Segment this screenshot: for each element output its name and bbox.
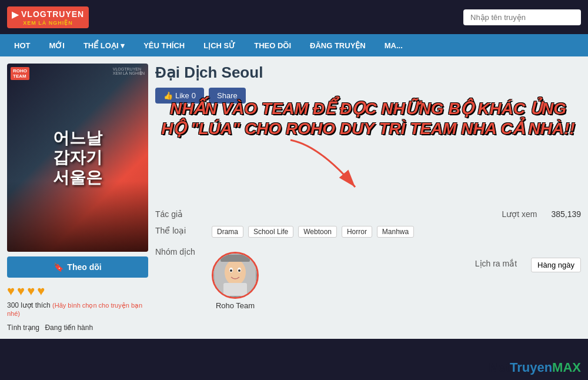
follow-label: Theo dõi [67,262,101,272]
nav-hot[interactable]: HOT [5,34,39,56]
lichramat-label: Lịch ra mắt [475,247,517,268]
genre-school-life[interactable]: School Life [248,226,293,238]
genre-row: Thể loại Drama School Life Webtoon Horro… [155,226,581,240]
group-name: Roho Team [212,301,259,310]
genre-label: Thể loại [155,226,202,235]
logo[interactable]: ▶ VLOGTRUYEN XEM LÀ NGHIỆN [7,6,89,28]
watermark-net: Net [489,360,510,375]
views-label: Lượt xem [502,209,537,219]
svg-point-6 [238,269,240,272]
likes-number: 300 lượt thích [7,301,51,309]
group-section: Roho Team [212,252,259,310]
lichramat-value[interactable]: Hàng ngày [531,258,581,272]
svg-point-2 [225,259,246,285]
genre-tags: Drama School Life Webtoon Horror Manhwa [212,226,581,240]
search-input[interactable] [463,9,581,25]
svg-rect-7 [220,255,250,262]
watermark-truyen: Truyen [510,360,552,375]
logo-top-text: VLOGTRUYEN [21,9,84,19]
cover-korean-text: 어느날갑자기서울은 [53,128,102,188]
nav-yeu-thich[interactable]: YÊU THÍCH [134,34,194,56]
header: ▶ VLOGTRUYEN XEM LÀ NGHIỆN [0,0,588,34]
left-panel: ROHO TEAM VLOGTRUYEN XEM LÀ NGHIỆN 어느날갑자… [7,64,148,332]
manga-title: Đại Dịch Seoul [155,64,581,82]
group-row: Nhóm dịch [155,247,581,310]
right-panel: Đại Dịch Seoul 👍 Like 0 Share NHẤN VÀO T… [155,64,581,332]
nav-moi[interactable]: MỚI [39,34,74,56]
author-label: Tác giả [155,209,202,219]
nav-lich-su[interactable]: LỊCH SỬ [194,34,245,56]
navbar: HOT MỚI THỂ LOẠI ▾ YÊU THÍCH LỊCH SỬ THE… [0,34,588,56]
status-row: Tình trạng Đang tiến hành [7,324,148,332]
views-value: 385,139 [551,209,581,219]
follow-button[interactable]: 🔖 Theo dõi [7,256,148,278]
logo-bottom-text: XEM LÀ NGHIỆN [23,20,73,26]
group-label: Nhóm dịch [155,247,202,256]
nav-dang-truyen[interactable]: ĐĂNG TRUYỆN [300,34,375,56]
overlay-line2: HỘ "LÚA" CHO ROHO DUY TRÌ TEAM NHA CẢ NH… [155,119,581,139]
group-avatar-image [213,254,257,297]
svg-point-5 [230,269,232,272]
author-row: Tác giả Lượt xem 385,139 [155,209,581,219]
nav-the-loai[interactable]: THỂ LOẠI ▾ [74,34,134,56]
cover-image: ROHO TEAM VLOGTRUYEN XEM LÀ NGHIỆN 어느날갑자… [7,64,148,252]
status-label: Tình trạng [7,324,39,332]
svg-rect-8 [223,283,247,296]
info-section: Tác giả Lượt xem 385,139 Thể loại Drama … [155,209,581,310]
heart-1[interactable]: ♥ [7,284,15,299]
genre-manhwa[interactable]: Manhwa [377,226,414,238]
main-content: ROHO TEAM VLOGTRUYEN XEM LÀ NGHIỆN 어느날갑자… [0,56,588,339]
cover-badge: ROHO TEAM [11,67,29,80]
group-avatar-circle[interactable] [212,252,259,299]
arrow-decoration [285,134,390,205]
heart-3[interactable]: ♥ [27,284,35,299]
nav-ma[interactable]: MA... [375,34,412,56]
heart-4[interactable]: ♥ [37,284,45,299]
watermark-max: MAX [552,360,581,375]
heart-2[interactable]: ♥ [17,284,25,299]
bookmark-icon: 🔖 [54,262,64,272]
genre-drama[interactable]: Drama [212,226,243,238]
genre-webtoon[interactable]: Webtoon [298,226,337,238]
status-value: Đang tiến hành [45,324,93,332]
nav-theo-doi[interactable]: THEO DÕI [245,34,300,56]
likes-count: 300 lượt thích (Hãy bình chọn cho truyện… [7,301,148,318]
site-watermark: NetTruyenMAX [489,360,581,375]
overlay-line1: NHẤN VÀO TEAM ĐỂ ĐỌC NHỮNG BỘ KHÁC ỦNG [155,99,581,119]
overlay-announcement: NHẤN VÀO TEAM ĐỂ ĐỌC NHỮNG BỘ KHÁC ỦNG H… [155,99,581,138]
logo-icon: ▶ [12,9,19,20]
cover-watermark: VLOGTRUYEN XEM LÀ NGHIỆN [113,67,145,76]
genre-horror[interactable]: Horror [342,226,372,238]
hearts-row: ♥ ♥ ♥ ♥ [7,284,148,299]
